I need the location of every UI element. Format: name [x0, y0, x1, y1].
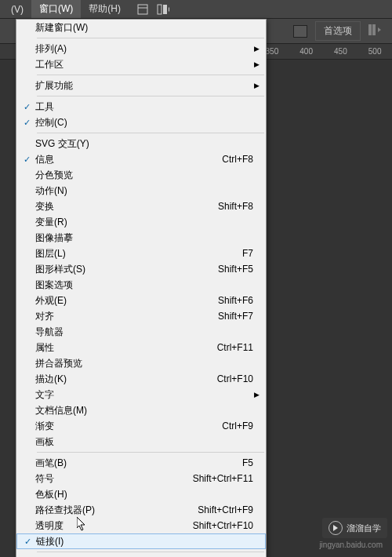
check-icon: ✓ — [18, 118, 35, 128]
menu-item[interactable]: 文字▶ — [16, 387, 266, 402]
menu-item-label: 画笔(B) — [35, 457, 242, 470]
menu-item[interactable]: 外观(E)Shift+F6 — [16, 293, 266, 308]
menu-item-label: 动作(N) — [35, 184, 261, 198]
toolbar-button[interactable] — [293, 25, 307, 38]
menu-item[interactable]: 图层(L)F7 — [16, 246, 266, 261]
menu-separator — [37, 96, 264, 96]
menu-item-label: 图层(L) — [35, 247, 242, 260]
menu-item-label: 扩展功能 — [35, 79, 261, 93]
arrange-icon[interactable] — [157, 3, 169, 16]
menu-shortcut: Ctrl+F9 — [222, 420, 261, 431]
menu-item-label: 信息 — [35, 153, 222, 166]
menu-item[interactable]: ✓链接(I) — [16, 533, 266, 549]
ruler-mark: 400 — [289, 47, 324, 56]
check-icon: ✓ — [19, 537, 36, 547]
menu-item[interactable]: 图形样式(S)Shift+F5 — [16, 261, 266, 277]
submenu-arrow-icon: ▶ — [254, 45, 260, 53]
submenu-arrow-icon: ▶ — [254, 391, 260, 399]
menu-shortcut: Shift+F7 — [218, 311, 261, 322]
menu-item[interactable]: 分色预览 — [16, 167, 266, 183]
menu-separator — [37, 38, 264, 38]
menu-window[interactable]: 窗口(W) — [31, 0, 81, 18]
menu-item[interactable]: 排列(A)▶ — [16, 41, 266, 56]
menu-item-label: 分色预览 — [35, 169, 261, 182]
menu-item-label: 文字 — [35, 388, 261, 402]
menu-item-label: SVG 交互(Y) — [35, 137, 261, 151]
menu-item-label: 链接(I) — [36, 535, 260, 548]
ruler-mark: 450 — [324, 47, 358, 56]
menu-item[interactable]: 图案选项 — [16, 277, 266, 293]
menu-item-label: 图形样式(S) — [35, 263, 218, 276]
menu-item[interactable]: 工作区▶ — [16, 56, 266, 72]
menu-item[interactable]: ✓控制(C) — [16, 115, 266, 130]
preferences-button[interactable]: 首选项 — [315, 21, 361, 41]
menu-shortcut: Shift+Ctrl+F9 — [198, 504, 261, 515]
menu-item-label: 图像描摹 — [35, 231, 261, 245]
check-icon: ✓ — [18, 102, 35, 112]
menu-item[interactable]: ✓工具 — [16, 99, 266, 115]
menu-item-label: 文档信息(M) — [35, 404, 261, 417]
menu-item-label: 导航器 — [35, 326, 261, 339]
menu-item-label: 拼合器预览 — [35, 357, 261, 370]
menu-item-label: 新建窗口(W) — [35, 21, 261, 35]
submenu-arrow-icon: ▶ — [254, 82, 260, 89]
menu-shortcut: Shift+Ctrl+F11 — [193, 473, 261, 484]
submenu-arrow-icon: ▶ — [254, 60, 260, 68]
watermark-text: 溜溜自学 — [347, 522, 381, 534]
menu-item-label: 透明度 — [35, 519, 193, 533]
menu-item[interactable]: 色板(H) — [16, 486, 266, 502]
menu-item[interactable]: 新建窗口(W) — [16, 20, 266, 35]
menu-item-label: 外观(E) — [35, 294, 218, 308]
menu-item-label: 画板 — [35, 435, 261, 449]
menu-separator — [37, 452, 264, 453]
menu-item[interactable]: 路径查找器(P)Shift+Ctrl+F9 — [16, 502, 266, 518]
menu-item[interactable]: 图像描摹 — [16, 230, 266, 246]
menu-shortcut: Shift+F6 — [218, 295, 261, 306]
menu-item[interactable]: 变量(R) — [16, 214, 266, 230]
window-menu-dropdown: 新建窗口(W)排列(A)▶工作区▶扩展功能▶✓工具✓控制(C)SVG 交互(Y)… — [16, 19, 267, 557]
menu-item[interactable]: 变换Shift+F8 — [16, 198, 266, 214]
menu-item-label: 变量(R) — [35, 216, 261, 229]
menu-item[interactable]: 透明度Shift+Ctrl+F10 — [16, 518, 266, 533]
menu-item[interactable]: ✓信息Ctrl+F8 — [16, 151, 266, 167]
menu-item-label: 变换 — [35, 200, 218, 213]
layout-icon[interactable] — [136, 3, 149, 16]
svg-rect-2 — [158, 5, 162, 14]
menu-help[interactable]: 帮助(H) — [81, 0, 129, 18]
menu-item[interactable]: 文档信息(M) — [16, 402, 266, 418]
menu-item[interactable]: 渐变Ctrl+F9 — [16, 418, 266, 434]
ruler-mark: 500 — [358, 47, 392, 56]
menu-item-label: 符号 — [35, 472, 193, 486]
svg-rect-3 — [163, 5, 167, 14]
menu-item-label: 工作区 — [35, 58, 261, 71]
watermark-sub: jingyan.baidu.com — [319, 541, 383, 549]
menu-separator — [37, 552, 264, 552]
menu-item[interactable]: 动作(N) — [16, 183, 266, 198]
menu-item-label: 路径查找器(P) — [35, 504, 198, 517]
menu-item-label: 色板(H) — [35, 488, 261, 501]
svg-rect-5 — [372, 24, 376, 35]
menubar: (V) 窗口(W) 帮助(H) — [0, 0, 392, 19]
menu-item-label: 描边(K) — [35, 373, 217, 386]
menu-item[interactable]: 画板 — [16, 434, 266, 450]
menu-item[interactable]: 描边(K)Ctrl+F10 — [16, 371, 266, 387]
menu-item[interactable]: 导航器 — [16, 324, 266, 340]
menu-item[interactable]: SVG 交互(Y) — [16, 136, 266, 151]
panel-toggle-icon[interactable] — [368, 24, 384, 38]
menu-shortcut: Shift+F5 — [218, 264, 261, 275]
menu-item[interactable]: 画笔(B)F5 — [16, 455, 266, 471]
menu-item[interactable]: 拼合器预览 — [16, 355, 266, 371]
menu-item[interactable]: 扩展功能▶ — [16, 78, 266, 93]
menu-item[interactable]: 对齐Shift+F7 — [16, 308, 266, 324]
check-icon: ✓ — [18, 155, 35, 165]
menu-shortcut: Ctrl+F8 — [222, 154, 261, 165]
menu-item[interactable]: 属性Ctrl+F11 — [16, 340, 266, 355]
menu-item-label: 图案选项 — [35, 278, 261, 292]
menu-shortcut: Ctrl+F10 — [217, 373, 261, 384]
menu-item-label: 对齐 — [35, 310, 218, 323]
menu-view[interactable]: (V) — [3, 2, 31, 17]
svg-rect-4 — [368, 24, 372, 35]
menu-shortcut: Shift+F8 — [218, 201, 261, 212]
watermark: 溜溜自学 — [322, 518, 387, 538]
menu-item[interactable]: 符号Shift+Ctrl+F11 — [16, 471, 266, 486]
